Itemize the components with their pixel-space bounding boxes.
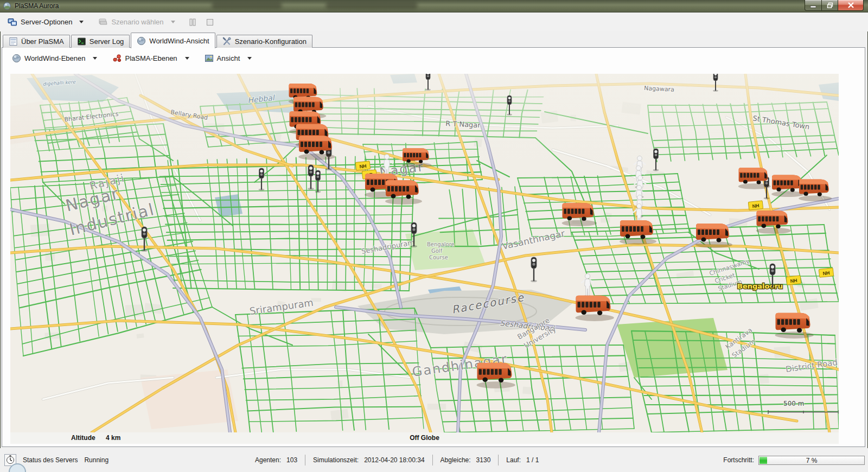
bus-agent-marker: [738, 168, 771, 189]
close-icon: [847, 2, 854, 8]
tab-label: Über PlaSMA: [21, 37, 64, 46]
map-toolbar: WorldWind-Ebenen PlaSMA-Ebenen: [9, 49, 255, 67]
worldwind-layers-button[interactable]: WorldWind-Ebenen: [9, 52, 100, 65]
choose-scenario-label: Szenario wählen: [111, 18, 163, 26]
tab-label: Szenario-Konfiguration: [235, 37, 307, 46]
window-title: PlaSMA Aurora: [15, 2, 59, 10]
agents-stat: Agenten:103: [255, 456, 297, 464]
altitude-label: Altitude: [71, 434, 95, 442]
bus-agent-marker: [298, 136, 335, 160]
picture-icon: [205, 54, 214, 63]
bus-agent-marker: [562, 203, 597, 226]
bus-agent-marker: [402, 148, 431, 168]
map-status-strip: Altitude 4 km Off Globe: [10, 432, 839, 444]
scenario-icon: [98, 18, 108, 27]
document-icon: [9, 37, 18, 46]
titlebar-reflection: [212, 2, 282, 9]
server-status-value: Running: [84, 456, 108, 464]
server-options-button[interactable]: Server-Optionen: [4, 16, 75, 29]
matches-stat: Abgleiche:3130: [441, 456, 491, 464]
server-status-label: Status des Servers: [23, 456, 78, 464]
tab-worldwind-ansicht[interactable]: WorldWind-Ansicht: [131, 33, 215, 48]
restore-icon: [827, 2, 833, 8]
progress-section: Fortschritt: 7 %: [723, 456, 865, 465]
bus-agent-marker: [756, 211, 792, 234]
plasma-layers-button[interactable]: PlaSMA-Ebenen: [109, 52, 192, 65]
separator: [498, 455, 499, 465]
console-icon: [77, 37, 86, 46]
separator: [305, 455, 305, 465]
progress-label: Fortschritt:: [723, 456, 754, 464]
titlebar-reflection: [326, 2, 418, 9]
svg-text:NH: NH: [359, 163, 367, 169]
road-shield-marker: NH: [355, 161, 370, 171]
map-label: Golf: [431, 248, 443, 254]
map-label: Bengalooru: [737, 282, 783, 290]
bus-agent-marker: [575, 296, 614, 321]
main-toolbar: Server-Optionen Szenario wählen: [0, 12, 868, 31]
choose-scenario-button[interactable]: Szenario wählen: [95, 16, 167, 29]
road-shield-marker: NH: [819, 268, 833, 278]
progress-value: 7 %: [759, 457, 864, 464]
globe-icon: [12, 54, 21, 63]
chevron-down-icon: [171, 21, 175, 23]
tools-icon: [222, 37, 232, 46]
molecule-icon: [112, 54, 122, 63]
separator: [432, 455, 433, 465]
bus-agent-marker: [799, 180, 832, 202]
chevron-down-icon: [185, 57, 189, 60]
worldwind-layers-label: WorldWind-Ebenen: [24, 54, 85, 62]
altitude-value: 4 km: [106, 434, 120, 442]
chevron-down-icon: [79, 21, 84, 23]
globe-icon: [137, 36, 146, 46]
tab-szenario-konfiguration[interactable]: Szenario-Konfiguration: [216, 35, 312, 48]
server-options-icon: [8, 18, 17, 27]
title-bar: PlaSMA Aurora: [0, 0, 868, 12]
bus-agent-marker: [695, 224, 732, 248]
svg-text:NH: NH: [822, 270, 830, 276]
choose-scenario-dropdown[interactable]: [167, 18, 179, 25]
globe-status: Off Globe: [410, 434, 439, 442]
road-shield-marker: NH: [786, 276, 801, 285]
map-label: Bengalore: [427, 241, 455, 247]
map-label: Course: [429, 254, 448, 260]
scale-label: 500 m: [783, 400, 804, 407]
minimize-icon: [810, 3, 816, 8]
tab-server-log[interactable]: Server Log: [71, 35, 130, 48]
pause-icon: [189, 18, 196, 26]
tab-label: Server Log: [90, 37, 124, 46]
restore-button[interactable]: [821, 0, 838, 11]
app-icon: [3, 2, 11, 10]
stop-button[interactable]: [203, 16, 217, 28]
run-stat: Lauf:1 / 1: [506, 456, 539, 464]
close-button[interactable]: [838, 0, 864, 11]
bus-agent-marker: [620, 220, 656, 245]
worldwind-panel: WorldWind-Ebenen PlaSMA-Ebenen: [2, 47, 865, 447]
bus-agent-marker: [775, 313, 813, 339]
status-bar: Status des Servers Running Agenten:103 S…: [0, 448, 868, 472]
tab-strip: Über PlaSMA Server Log WorldWind-Ansicht: [3, 31, 314, 48]
worldwind-map[interactable]: digehalli kereHebbalBharat ElectronicsBe…: [10, 74, 839, 432]
chevron-down-icon: [93, 57, 97, 60]
svg-text:NH: NH: [790, 278, 797, 284]
app-window: PlaSMA Aurora: [0, 0, 868, 472]
view-label: Ansicht: [217, 54, 240, 62]
svg-text:NH: NH: [752, 203, 760, 209]
server-options-dropdown[interactable]: [75, 18, 87, 25]
tab-ueber-plasma[interactable]: Über PlaSMA: [3, 35, 70, 48]
road-shield-marker: NH: [748, 201, 763, 211]
tab-label: WorldWind-Ansicht: [149, 37, 209, 45]
pause-button[interactable]: [186, 16, 200, 28]
bus-agent-marker: [476, 363, 515, 388]
stop-icon: [206, 18, 214, 26]
progress-bar: 7 %: [758, 456, 865, 465]
simulation-stats: Agenten:103 Simulationszeit:2012-04-20 1…: [255, 455, 539, 465]
chevron-down-icon: [247, 57, 252, 60]
map-distance-fog: [10, 74, 839, 432]
bus-agent-marker: [385, 180, 422, 205]
simulation-time-stat: Simulationszeit:2012-04-20 18:00:34: [313, 456, 424, 464]
minimize-button[interactable]: [805, 0, 821, 11]
view-button[interactable]: Ansicht: [201, 52, 256, 65]
server-options-label: Server-Optionen: [21, 18, 72, 26]
map-container: digehalli kereHebbalBharat ElectronicsBe…: [10, 74, 839, 444]
